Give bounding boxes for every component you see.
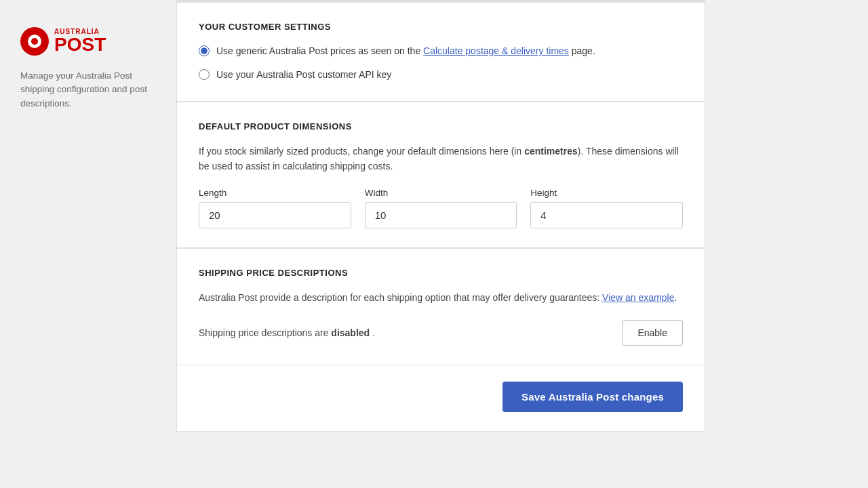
radio-option-api-key[interactable]: Use your Australia Post customer API key [199, 68, 683, 82]
width-input[interactable] [365, 202, 517, 228]
dimensions-row: Length Width Height [199, 188, 683, 228]
shipping-status-text: Shipping price descriptions are disabled… [199, 327, 375, 338]
status-prefix: Shipping price descriptions are [199, 327, 331, 338]
logo-post-text: POST [54, 35, 106, 54]
australia-post-logo-icon [20, 27, 49, 56]
save-section: Save Australia Post changes [176, 365, 705, 432]
svg-point-2 [31, 38, 38, 45]
shipping-descriptions-text: Australia Post provide a description for… [199, 290, 683, 305]
radio-label-prefix: Use generic Australia Post prices as see… [216, 45, 423, 56]
sidebar: AUSTRALIA POST Manage your Australia Pos… [0, 0, 176, 488]
product-dimensions-description: If you stock similarly sized products, c… [199, 144, 683, 174]
length-input[interactable] [199, 202, 351, 228]
product-dimensions-title: DEFAULT PRODUCT DIMENSIONS [199, 121, 683, 131]
radio-generic-prices[interactable] [199, 45, 210, 56]
height-input[interactable] [530, 202, 683, 228]
customer-settings-radio-group: Use generic Australia Post prices as see… [199, 44, 683, 82]
radio-api-key[interactable] [199, 69, 210, 80]
width-label: Width [365, 188, 517, 198]
customer-settings-section: YOUR CUSTOMER SETTINGS Use generic Austr… [176, 3, 705, 102]
enable-button[interactable]: Enable [622, 320, 683, 346]
width-field: Width [365, 188, 517, 228]
dimensions-desc-prefix: If you stock similarly sized products, c… [199, 146, 524, 157]
height-label: Height [530, 188, 683, 198]
customer-settings-title: YOUR CUSTOMER SETTINGS [199, 22, 683, 32]
height-field: Height [530, 188, 683, 228]
main-content: YOUR CUSTOMER SETTINGS Use generic Austr… [176, 0, 705, 488]
radio-option-generic-prices[interactable]: Use generic Australia Post prices as see… [199, 44, 683, 58]
radio-api-key-label: Use your Australia Post customer API key [216, 68, 391, 82]
shipping-descriptions-section: SHIPPING PRICE DESCRIPTIONS Australia Po… [176, 248, 705, 365]
shipping-desc-period: . [674, 292, 677, 303]
view-example-link[interactable]: View an example [602, 292, 674, 303]
radio-label-suffix: page. [569, 45, 595, 56]
status-bold: disabled [331, 327, 370, 338]
logo-area: AUSTRALIA POST [20, 27, 156, 56]
sidebar-description: Manage your Australia Post shipping conf… [20, 69, 156, 110]
length-label: Length [199, 188, 351, 198]
status-suffix: . [370, 327, 375, 338]
shipping-desc-prefix: Australia Post provide a description for… [199, 292, 602, 303]
save-australia-post-button[interactable]: Save Australia Post changes [502, 382, 683, 412]
shipping-status-row: Shipping price descriptions are disabled… [199, 320, 683, 346]
shipping-descriptions-title: SHIPPING PRICE DESCRIPTIONS [199, 268, 683, 278]
dimensions-desc-bold: centimetres [524, 146, 578, 157]
radio-generic-prices-label: Use generic Australia Post prices as see… [216, 44, 595, 58]
logo-text: AUSTRALIA POST [54, 28, 106, 54]
length-field: Length [199, 188, 351, 228]
product-dimensions-section: DEFAULT PRODUCT DIMENSIONS If you stock … [176, 102, 705, 248]
calculate-postage-link[interactable]: Calculate postage & delivery times [423, 45, 569, 56]
